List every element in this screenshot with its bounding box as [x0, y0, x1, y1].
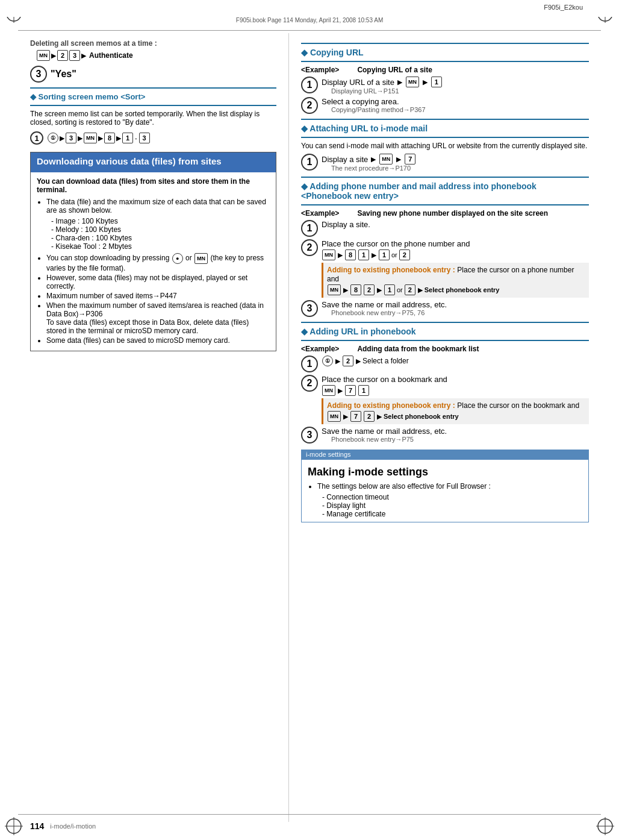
footer-label: i-mode/i-motion	[50, 823, 96, 830]
url-step3-row: 3 Save the name or mail address, etc. Ph…	[301, 427, 589, 444]
url-step2-label: Place the cursor on a bookmark and	[322, 375, 589, 384]
sorting-rule	[30, 87, 276, 89]
attaching-body: You can send i-mode mail with attaching …	[301, 142, 589, 150]
example-label-ph: <Example>	[301, 209, 339, 218]
download-box: Downloading various data (files) from si…	[30, 152, 276, 351]
select-phonebook-label: Select phonebook entry	[425, 286, 500, 293]
url-step1-row: 1 ① ▶ 2 ▶ Select a folder	[301, 356, 589, 372]
left-column: Deleting all screen memos at a time : MN…	[0, 33, 289, 822]
example-copying-text: Copying URL of a site	[357, 66, 432, 74]
copy-rule-bot	[301, 61, 589, 62]
url-adding-existing-box: Adding to existing phonebook entry : Pla…	[322, 398, 589, 424]
ph-step3-ref: Phonebook new entry→P75, 76	[322, 309, 589, 316]
phone-rule-top	[301, 177, 589, 178]
sorting-header: ◆ Sorting screen memo <Sort>	[30, 92, 276, 101]
copying-header: ◆ Copying URL	[301, 48, 589, 57]
ph-step1-label: Display a site.	[322, 220, 370, 229]
ph-step3-content: Save the name or mail address, etc. Phon…	[322, 300, 589, 316]
sub-kisekae: - Kisekae Tool : 2 Mbytes	[51, 242, 270, 251]
url-step3-ref: Phonebook new entry→P75	[322, 436, 589, 443]
key-mn: MN	[37, 50, 50, 61]
phone-rule-bot	[301, 204, 589, 205]
yes-text: "Yes"	[51, 69, 76, 80]
url-step2-row: 2 Place the cursor on a bookmark and MN …	[301, 375, 589, 424]
ph-adding-existing-box: Adding to existing phonebook entry : Pla…	[322, 263, 589, 298]
book-info: F905i.book Page 114 Monday, April 21, 20…	[30, 17, 589, 24]
ph-step1-content: Display a site.	[322, 220, 589, 229]
imode-bar: i-mode settings	[301, 450, 589, 459]
copy-step1-row: 1 Display URL of a site ▶ MN ▶ 1 Display…	[301, 77, 589, 95]
url-step3-content: Save the name or mail address, etc. Phon…	[322, 427, 589, 443]
url-step1-content: ① ▶ 2 ▶ Select a folder	[322, 356, 589, 366]
attach-step1-row: 1 Display a site ▶ MN ▶ 7 The next proce…	[301, 154, 589, 172]
imode-sub3: - Manage certificate	[322, 510, 582, 518]
sub-image: - Image : 100 Kbytes	[51, 217, 270, 225]
page-wrapper: F905i_E2kou F905i.book Page 114 Monday, …	[0, 0, 619, 840]
copy-step1-line: Display URL of a site ▶ MN ▶ 1	[322, 77, 589, 87]
copy-step1-num: 1	[301, 77, 318, 93]
attach-step1-line: Display a site ▶ MN ▶ 7	[322, 154, 589, 165]
url-ph-header: ◆ Adding URL in phonebook	[301, 327, 589, 336]
attach-step1-ref: The next procedure→P170	[322, 165, 589, 172]
sorting-step1-row: 1 ① ▶ 3 ▶ MN ▶ 8 ▶ 1 - 3	[30, 131, 276, 145]
attach-step1-num: 1	[301, 154, 318, 171]
ph-step2-num: 2	[301, 239, 318, 256]
sub-chara: - Chara-den : 100 Kbytes	[51, 234, 270, 242]
adding-existing-label: Adding to existing phonebook entry :	[327, 266, 455, 274]
ph-step2-content: Place the cursor on the phone number and…	[322, 239, 589, 298]
sub-bullets: - Image : 100 Kbytes - Melody : 100 Kbyt…	[37, 217, 270, 251]
url-step2-content: Place the cursor on a bookmark and MN ▶ …	[322, 375, 589, 424]
bullet2: You can stop downloading by pressing ● o…	[46, 253, 270, 272]
adding-existing-keys-row: MN ▶ 8 2 ▶ 1 or 2 ▶ Select phonebook ent…	[327, 284, 585, 295]
sorting-body: The screen memo list can be sorted tempo…	[30, 110, 276, 127]
copy-step2-content: Select a copying area. Copying/Pasting m…	[322, 97, 589, 113]
download-title: Downloading various data (files) from si…	[37, 156, 270, 166]
url-ph-rule-top	[301, 322, 589, 323]
header-rule	[18, 30, 601, 31]
attach-rule-bot	[301, 137, 589, 138]
key-circle-sort: ①	[48, 133, 58, 143]
url-step1-num: 1	[301, 356, 318, 372]
attaching-header: ◆ Attaching URL to i-mode mail	[301, 124, 589, 133]
copy-step2-ref: Copying/Pasting method→P367	[322, 106, 589, 113]
imode-sub2: - Display light	[322, 501, 582, 510]
arrow2: ▶	[81, 52, 86, 60]
step-3-num: 3	[30, 66, 47, 83]
ph-step3-label: Save the name or mail address, etc.	[322, 300, 589, 309]
imode-sub-bullets: - Connection timeout - Display light - M…	[308, 493, 582, 518]
content-area: Deleting all screen memos at a time : MN…	[0, 33, 619, 822]
copy-step2-label: Select a copying area.	[322, 97, 589, 106]
example-phonebook-text: Saving new phone number displayed on the…	[357, 209, 548, 218]
footer-rule	[18, 814, 601, 815]
imode-sub1: - Connection timeout	[322, 493, 582, 501]
step-1-sort-num: 1	[30, 131, 43, 145]
step3-row: 3 "Yes"	[30, 66, 276, 83]
copy-step1-content: Display URL of a site ▶ MN ▶ 1 Displayin…	[322, 77, 589, 95]
ph-step2-keys-row: MN ▶ 8 1 ▶ 1 or 2	[322, 249, 589, 260]
url-adding-existing-label: Adding to existing phonebook entry :	[327, 401, 455, 410]
ph-step1-row: 1 Display a site.	[301, 220, 589, 237]
copy-step1-ref: Displaying URL→P151	[322, 87, 589, 95]
example-phonebook-row: <Example> Saving new phone number displa…	[301, 209, 589, 218]
ph-step2-row: 2 Place the cursor on the phone number a…	[301, 239, 589, 298]
deleting-keys-row: MN ▶ 2 3 ▶ Authenticate	[30, 50, 276, 61]
arrow1: ▶	[51, 52, 56, 60]
download-list: The data (file) and the maximum size of …	[37, 198, 270, 215]
ph-step3-row: 3 Save the name or mail address, etc. Ph…	[301, 300, 589, 317]
url-adding-existing-body: Place the cursor on the bookmark and	[457, 401, 579, 410]
attach-rule-top	[301, 119, 589, 120]
page-footer: 114 i-mode/i-motion	[30, 821, 96, 831]
bullet4: Maximum number of saved items→P447	[46, 292, 270, 300]
page-number: 114	[30, 821, 44, 831]
header-filename: F905i_E2kou	[544, 4, 583, 11]
download-box-header: Downloading various data (files) from si…	[31, 152, 276, 172]
ph-step2-label: Place the cursor on the phone number and	[322, 239, 589, 248]
example-url-text: Adding data from the bookmark list	[357, 345, 479, 353]
download-list2: You can stop downloading by pressing ● o…	[37, 253, 270, 345]
select-folder-label: Select a folder	[362, 357, 409, 365]
copy-rule-top	[301, 43, 589, 44]
key-2: 2	[57, 50, 68, 61]
display-url-text: Display URL of a site	[322, 78, 394, 87]
download-subtitle: You can download data (files) from sites…	[37, 177, 270, 194]
phonebook-header: ◆ Adding phone number and mail address i…	[301, 181, 589, 201]
